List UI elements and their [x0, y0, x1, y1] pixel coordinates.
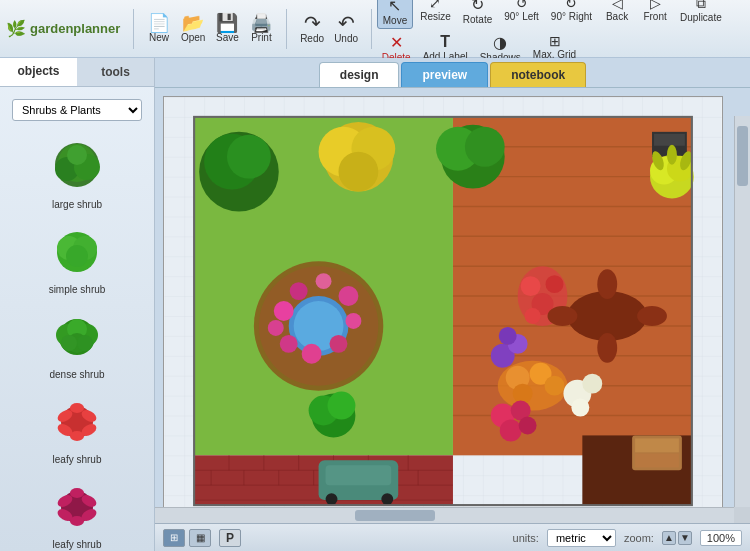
svg-point-114: [548, 306, 578, 326]
resize-label: Resize: [420, 11, 451, 22]
front-label: Front: [643, 11, 666, 22]
vertical-scroll-thumb[interactable]: [737, 126, 748, 186]
leafy-shrub-pink-icon: [47, 477, 107, 537]
svg-point-109: [519, 417, 537, 435]
design-tab[interactable]: design: [319, 62, 400, 87]
status-bar: ⊞ ▦ P units: metric imperial zoom: ▲ ▼ 1…: [155, 523, 750, 551]
print-button[interactable]: 🖨️ Print: [245, 12, 277, 45]
simple-shrub-icon: [47, 222, 107, 282]
garden-canvas[interactable]: [163, 96, 723, 523]
garden-svg: [164, 97, 722, 523]
svg-point-84: [338, 286, 358, 306]
rotate-right-tool[interactable]: ↻ 90° Right: [546, 0, 597, 29]
front-tool[interactable]: ▷ Front: [637, 0, 673, 29]
svg-point-125: [667, 145, 677, 165]
open-button[interactable]: 📂 Open: [177, 12, 209, 45]
svg-point-29: [70, 516, 84, 526]
main-area: objects tools Shrubs & Plants Trees Flow…: [0, 58, 750, 551]
undo-button[interactable]: ↶ Undo: [330, 11, 362, 46]
rotate-left-tool[interactable]: ↺ 90° Left: [499, 0, 544, 29]
horizontal-scrollbar[interactable]: [155, 507, 734, 523]
svg-point-105: [571, 399, 589, 417]
tools-tab[interactable]: tools: [77, 58, 154, 86]
save-button[interactable]: 💾 Save: [211, 12, 243, 45]
sep-2: [286, 9, 287, 49]
svg-rect-128: [635, 453, 679, 467]
scroll-corner: [734, 507, 750, 523]
svg-point-86: [330, 335, 348, 353]
edit-buttons: ↷ Redo ↶ Undo: [292, 11, 366, 46]
large-shrub-label: large shrub: [52, 199, 102, 210]
svg-point-8: [66, 245, 88, 267]
toolbar: 🌿 gardenplanner 📄 New 📂 Open 💾 Save 🖨️ P…: [0, 0, 750, 58]
svg-point-69: [227, 135, 271, 179]
redo-label: Redo: [300, 33, 324, 44]
leafy-shrub-pink-label: leafy shrub: [53, 539, 102, 550]
app-logo: 🌿 gardenplanner: [6, 19, 120, 38]
shadows-icon: ◑: [493, 33, 507, 52]
svg-point-115: [637, 306, 667, 326]
simple-shrub-item[interactable]: simple shrub: [4, 218, 150, 299]
logo-text: gardenplanner: [30, 21, 120, 36]
svg-point-65: [326, 493, 338, 505]
svg-point-85: [345, 313, 361, 329]
svg-point-15: [77, 335, 93, 351]
duplicate-icon: ⧉: [696, 0, 706, 12]
notebook-tab[interactable]: notebook: [490, 62, 586, 87]
rotate-label: Rotate: [463, 14, 492, 25]
svg-point-117: [597, 333, 617, 363]
leafy-shrub-pink-item[interactable]: leafy shrub: [4, 473, 150, 551]
simple-shrub-label: simple shrub: [49, 284, 106, 295]
rotate-left-label: 90° Left: [504, 11, 539, 22]
right-area: design preview notebook: [155, 58, 750, 551]
redo-icon: ↷: [304, 13, 321, 33]
rotate-icon: ↻: [471, 0, 484, 14]
svg-point-22: [70, 431, 84, 441]
plant-list: large shrub simple shrub: [0, 129, 154, 551]
move-icon: ↖: [388, 0, 401, 15]
print-icon: 🖨️: [250, 14, 272, 32]
front-icon: ▷: [650, 0, 661, 11]
resize-tool[interactable]: ⤢ Resize: [415, 0, 456, 29]
svg-point-73: [338, 152, 378, 192]
svg-point-89: [268, 320, 284, 336]
preview-tab[interactable]: preview: [401, 62, 488, 87]
objects-tab[interactable]: objects: [0, 58, 77, 86]
save-label: Save: [216, 32, 239, 43]
duplicate-tool[interactable]: ⧉ Duplicate: [675, 0, 727, 29]
move-tool[interactable]: ↖ Move: [377, 0, 413, 29]
horizontal-scroll-thumb[interactable]: [355, 510, 435, 521]
new-button[interactable]: 📄 New: [143, 12, 175, 45]
delete-icon: ✕: [390, 33, 403, 52]
svg-point-101: [545, 376, 565, 396]
print-preview-button[interactable]: P: [219, 529, 241, 547]
svg-point-87: [302, 344, 322, 364]
panel-tabs: objects tools: [0, 58, 154, 87]
dense-shrub-label: dense shrub: [49, 369, 104, 380]
svg-point-108: [500, 419, 522, 441]
new-icon: 📄: [148, 14, 170, 32]
svg-rect-127: [635, 438, 679, 452]
list-view-icon[interactable]: ▦: [189, 529, 211, 547]
file-buttons: 📄 New 📂 Open 💾 Save 🖨️ Print: [139, 12, 281, 45]
move-label: Move: [383, 15, 407, 26]
save-icon: 💾: [216, 14, 238, 32]
zoom-in-button[interactable]: ▲: [662, 531, 676, 545]
zoom-out-button[interactable]: ▼: [678, 531, 692, 545]
svg-point-116: [597, 269, 617, 299]
units-select[interactable]: metric imperial: [547, 529, 616, 547]
vertical-scrollbar[interactable]: [734, 116, 750, 507]
svg-point-102: [513, 384, 533, 404]
svg-rect-119: [654, 134, 685, 146]
redo-button[interactable]: ↷ Redo: [296, 11, 328, 46]
leafy-shrub-red-item[interactable]: leafy shrub: [4, 388, 150, 469]
category-dropdown[interactable]: Shrubs & Plants Trees Flowers Groundcove…: [12, 99, 142, 121]
dense-shrub-icon: [47, 307, 107, 367]
rotate-tool[interactable]: ↻ Rotate: [458, 0, 497, 29]
large-shrub-item[interactable]: large shrub: [4, 133, 150, 214]
tool-buttons: ↖ Move ⤢ Resize ↻ Rotate ↺ 90° Left ↻ 90…: [377, 0, 744, 65]
grid-view-icon[interactable]: ⊞: [163, 529, 185, 547]
dense-shrub-item[interactable]: dense shrub: [4, 303, 150, 384]
category-dropdown-container: Shrubs & Plants Trees Flowers Groundcove…: [6, 93, 148, 125]
back-tool[interactable]: ◁ Back: [599, 0, 635, 29]
